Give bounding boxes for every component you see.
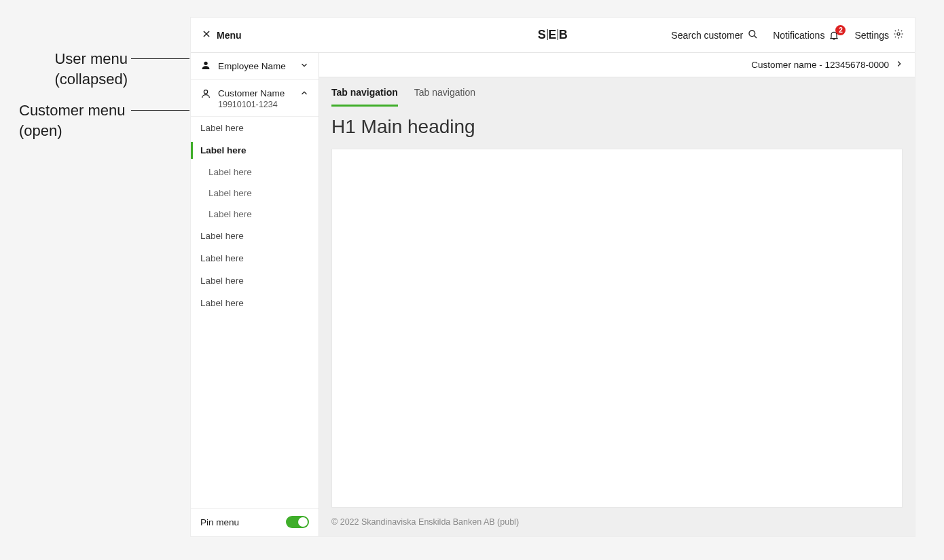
nav-item-label: Label here [200, 253, 244, 263]
nav-item-label: Label here [200, 276, 244, 286]
nav-item[interactable]: Label here [191, 247, 319, 269]
employee-row[interactable]: Employee Name [191, 53, 319, 79]
customer-row[interactable]: Customer Name 19910101-1234 [191, 80, 319, 116]
notifications-button[interactable]: Notifications 2 [773, 30, 839, 41]
breadcrumb-bar: Customer name - 12345678-0000 [319, 53, 915, 77]
nav-subitem-label: Label here [208, 209, 252, 219]
page-heading: H1 Main heading [319, 107, 915, 145]
nav-subitem-label: Label here [208, 167, 252, 177]
chevron-right-icon [894, 59, 904, 71]
main-content: Customer name - 12345678-0000 Tab naviga… [319, 53, 915, 536]
nav-item[interactable]: Label here [191, 292, 319, 314]
tab-bar: Tab navigation Tab navigation [319, 77, 915, 107]
menu-label: Menu [217, 30, 242, 41]
pin-menu-label: Pin menu [200, 517, 239, 527]
breadcrumb-text[interactable]: Customer name - 12345678-0000 [751, 60, 889, 70]
customer-text: Customer Name 19910101-1234 [218, 88, 285, 109]
svg-point-4 [897, 33, 900, 35]
person-filled-icon [200, 60, 211, 73]
chevron-up-icon [299, 88, 309, 100]
search-label: Search customer [671, 30, 743, 41]
app-shell: Menu SEB Search customer Notifications [191, 18, 915, 536]
topbar-right: Search customer Notifications 2 Settings [671, 29, 904, 41]
search-customer-button[interactable]: Search customer [671, 29, 758, 41]
tab-label: Tab navigation [414, 87, 475, 98]
settings-button[interactable]: Settings [854, 29, 904, 41]
menu-toggle-button[interactable]: Menu [202, 29, 242, 41]
annotation-line [131, 58, 189, 59]
gear-icon [893, 29, 904, 41]
bell-icon: 2 [829, 30, 839, 41]
brand-logo: SEB [538, 28, 568, 42]
close-icon [202, 29, 211, 41]
customer-menu-section: Customer Name 19910101-1234 [191, 80, 319, 117]
nav-subitem[interactable]: Label here [191, 204, 319, 225]
nav-subitem[interactable]: Label here [191, 162, 319, 183]
svg-point-5 [204, 62, 207, 65]
pin-menu-row: Pin menu [191, 508, 319, 536]
nav-item-label: Label here [200, 123, 244, 133]
notifications-label: Notifications [773, 30, 824, 41]
chevron-down-icon [299, 60, 309, 72]
annotation-user-menu: User menu (collapsed) [19, 49, 128, 89]
person-outline-icon [200, 88, 211, 101]
app-body: Employee Name Customer Name 199101 [191, 53, 915, 536]
search-icon [747, 29, 758, 41]
notifications-badge: 2 [835, 25, 846, 35]
nav-subitem[interactable]: Label here [191, 183, 319, 204]
annotation-customer-menu: Customer menu (open) [19, 100, 155, 141]
nav-item-active[interactable]: Label here [191, 139, 319, 162]
customer-id: 19910101-1234 [218, 100, 285, 109]
nav-item[interactable]: Label here [191, 225, 319, 247]
footer-text: © 2022 Skandinaviska Enskilda Banken AB … [319, 517, 915, 536]
svg-line-3 [755, 36, 757, 38]
annotation-line [131, 110, 189, 111]
customer-name: Customer Name [218, 88, 285, 98]
employee-name: Employee Name [218, 61, 286, 71]
svg-point-2 [749, 31, 755, 37]
tab-active[interactable]: Tab navigation [331, 87, 398, 107]
nav-item[interactable]: Label here [191, 269, 319, 292]
user-menu-section: Employee Name [191, 53, 319, 80]
pin-menu-toggle[interactable] [286, 516, 309, 528]
tab-label: Tab navigation [331, 87, 398, 98]
tab[interactable]: Tab navigation [414, 87, 475, 107]
content-card [331, 149, 903, 508]
nav-item[interactable]: Label here [191, 117, 319, 139]
topbar: Menu SEB Search customer Notifications [191, 18, 915, 53]
nav-item-label: Label here [200, 231, 244, 241]
nav-item-label: Label here [200, 145, 247, 155]
svg-point-6 [204, 90, 207, 94]
nav-subitem-label: Label here [208, 188, 252, 198]
nav-item-label: Label here [200, 298, 244, 308]
settings-label: Settings [854, 30, 889, 41]
sidebar: Employee Name Customer Name 199101 [191, 53, 319, 536]
sidebar-spacer [191, 314, 319, 508]
